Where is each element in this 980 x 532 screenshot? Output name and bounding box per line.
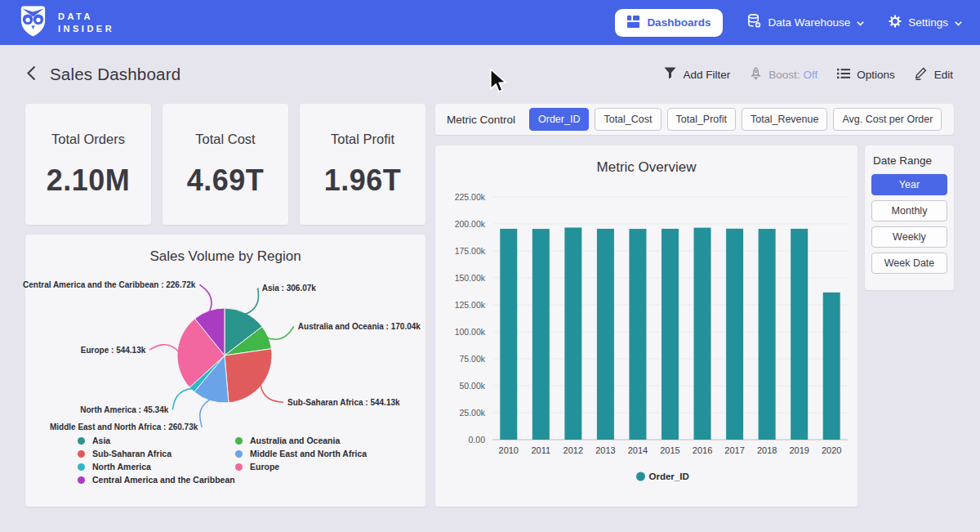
bar-2020[interactable] xyxy=(823,293,840,440)
boost-label: Boost: xyxy=(768,69,800,81)
metric-overview-card: Metric Overview 0.0025.00k50.00k75.00k10… xyxy=(435,145,858,507)
header-toolbar: Add Filter Boost: Off xyxy=(664,67,953,83)
legend-dot xyxy=(78,476,85,484)
settings-menu[interactable]: Settings xyxy=(889,15,962,30)
metric-control-label: Metric Control xyxy=(447,114,515,126)
legend-dot xyxy=(78,463,85,471)
options-button[interactable]: Options xyxy=(837,68,895,82)
x-tick-label: 2017 xyxy=(724,445,744,455)
pie-slice-label: Central America and the Caribbean : 226.… xyxy=(23,280,196,289)
metric-button-total-profit[interactable]: Total_Profit xyxy=(667,108,737,131)
filter-funnel-icon xyxy=(664,67,676,82)
top-navigation: Dashboards Data Warehouse xyxy=(615,9,962,37)
page-header: Sales Dashboard Add Filter Boost: Off xyxy=(0,45,980,104)
page-title: Sales Dashboard xyxy=(50,65,180,84)
date-range-button-week-date[interactable]: Week Date xyxy=(871,253,947,274)
dashboards-button[interactable]: Dashboards xyxy=(615,9,723,37)
date-range-panel: Date Range YearMonthlyWeeklyWeek Date xyxy=(865,145,954,290)
kpi-value: 2.10M xyxy=(47,163,131,198)
pie-slice-label: Australia and Oceania : 170.04k xyxy=(298,322,421,331)
bar-legend-dot xyxy=(636,472,645,481)
bar-legend-label[interactable]: Order_ID xyxy=(649,472,689,481)
y-tick-label: 225.00k xyxy=(455,192,486,202)
add-filter-button[interactable]: Add Filter xyxy=(664,67,730,82)
y-tick-label: 0.00 xyxy=(469,435,486,445)
bar-2013[interactable] xyxy=(597,229,614,440)
legend-label: Central America and the Caribbean xyxy=(92,475,235,485)
bar-2010[interactable] xyxy=(500,229,517,440)
legend-item-north-america[interactable]: North America xyxy=(78,462,235,472)
add-filter-label: Add Filter xyxy=(683,69,730,81)
pie-legend-column-2: Australia and OceaniaMiddle East and Nor… xyxy=(235,436,367,472)
legend-item-asia[interactable]: Asia xyxy=(78,436,235,445)
boost-toggle[interactable]: Boost: Off xyxy=(750,67,817,83)
legend-item-middle-east-and-north-africa[interactable]: Middle East and North Africa xyxy=(235,449,367,458)
pie-slice-label: Asia : 306.07k xyxy=(262,284,317,293)
x-tick-label: 2014 xyxy=(628,445,648,455)
x-tick-label: 2013 xyxy=(595,445,615,455)
metric-control-bar: Metric Control Order_IDTotal_CostTotal_P… xyxy=(435,104,954,135)
pie-label-line xyxy=(172,388,193,409)
y-tick-label: 150.00k xyxy=(455,273,486,283)
metric-button-total-revenue[interactable]: Total_Revenue xyxy=(742,108,827,131)
metric-control-buttons: Order_IDTotal_CostTotal_ProfitTotal_Reve… xyxy=(529,108,942,131)
kpi-label: Total Orders xyxy=(51,132,125,147)
pie-legend-column-1: AsiaSub-Saharan AfricaNorth AmericaCentr… xyxy=(78,436,235,485)
pie-label-line xyxy=(261,384,283,402)
data-warehouse-menu[interactable]: Data Warehouse xyxy=(747,14,864,31)
pie-slice-label: Sub-Saharan Africa : 544.13k xyxy=(287,398,400,407)
bar-chart-svg: 0.0025.00k50.00k75.00k100.00k125.00k150.… xyxy=(435,179,858,496)
metric-button-order-id[interactable]: Order_ID xyxy=(529,108,589,131)
brand-name: DATA INSIDER xyxy=(58,11,114,35)
dashboards-label: Dashboards xyxy=(647,16,710,29)
kpi-card-total-cost: Total Cost 4.69T xyxy=(163,104,288,225)
bar-2012[interactable] xyxy=(564,227,581,440)
legend-label: Europe xyxy=(250,462,279,472)
legend-label: Asia xyxy=(92,436,110,445)
edit-button[interactable]: Edit xyxy=(915,67,953,83)
chevron-left-icon xyxy=(27,65,36,83)
metric-button-avg-cost-per-order[interactable]: Avg. Cost per Order xyxy=(833,108,942,131)
sales-volume-card: Sales Volume by Region Asia : 306.07kAus… xyxy=(25,235,425,507)
kpi-value: 1.96T xyxy=(324,163,402,198)
date-range-button-monthly[interactable]: Monthly xyxy=(871,200,947,221)
edit-pencil-icon xyxy=(915,67,928,83)
back-button[interactable] xyxy=(27,65,36,83)
x-tick-label: 2015 xyxy=(660,445,679,455)
legend-item-sub-saharan-africa[interactable]: Sub-Saharan Africa xyxy=(78,449,235,458)
bar-2014[interactable] xyxy=(629,229,646,440)
options-label: Options xyxy=(857,69,895,81)
legend-dot xyxy=(235,437,243,445)
y-tick-label: 175.00k xyxy=(455,246,486,256)
brand-line2: INSIDER xyxy=(58,23,114,35)
bar-2019[interactable] xyxy=(791,229,808,440)
legend-item-central-america-and-the-caribbean[interactable]: Central America and the Caribbean xyxy=(78,475,235,485)
date-range-button-weekly[interactable]: Weekly xyxy=(871,226,947,248)
legend-item-europe[interactable]: Europe xyxy=(235,462,367,472)
x-tick-label: 2011 xyxy=(531,445,550,455)
kpi-value: 4.69T xyxy=(187,163,265,198)
bar-2018[interactable] xyxy=(759,229,776,440)
bar-2017[interactable] xyxy=(726,229,743,440)
bar-2011[interactable] xyxy=(532,229,550,440)
pie-slice-label: Europe : 544.13k xyxy=(81,346,146,355)
bar-2016[interactable] xyxy=(694,228,711,440)
legend-item-australia-and-oceania[interactable]: Australia and Oceania xyxy=(235,436,367,445)
pie-label-line xyxy=(267,326,294,339)
gear-icon xyxy=(889,15,902,30)
pie-chart-svg: Asia : 306.07kAustralia and Oceania : 17… xyxy=(25,270,425,446)
options-list-icon xyxy=(837,68,850,82)
bar-2015[interactable] xyxy=(662,229,679,440)
legend-label: Australia and Oceania xyxy=(250,436,340,445)
chart-title: Metric Overview xyxy=(435,159,858,176)
data-warehouse-label: Data Warehouse xyxy=(768,16,850,29)
chevron-down-icon xyxy=(857,16,864,29)
date-range-button-year[interactable]: Year xyxy=(871,174,947,195)
pie-title: Sales Volume by Region xyxy=(25,248,425,265)
metric-button-total-cost[interactable]: Total_Cost xyxy=(595,108,661,131)
x-tick-label: 2019 xyxy=(789,445,808,455)
owl-logo-icon xyxy=(18,5,48,41)
y-tick-label: 50.00k xyxy=(459,381,485,391)
legend-dot xyxy=(78,437,85,445)
y-tick-label: 100.00k xyxy=(455,327,486,337)
